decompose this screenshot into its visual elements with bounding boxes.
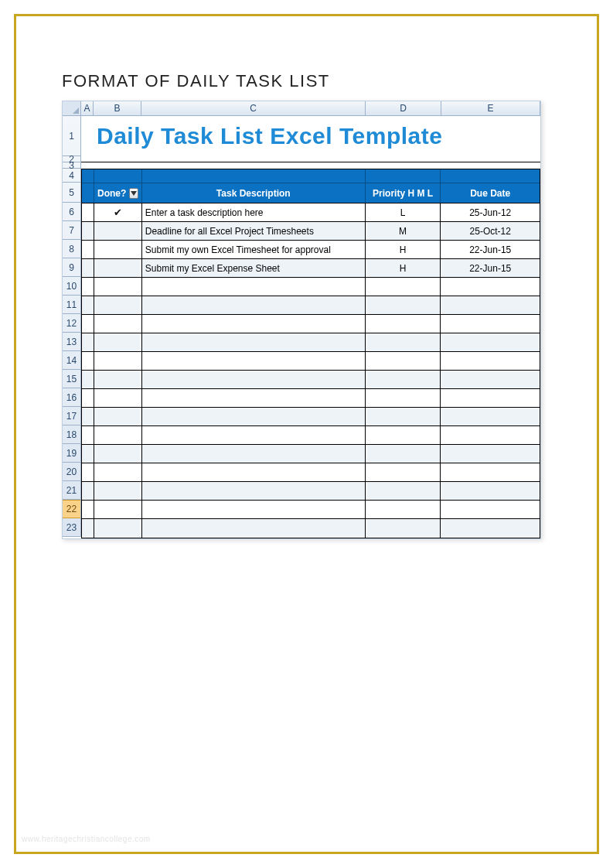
priority-cell[interactable] [366, 389, 441, 407]
priority-cell[interactable] [366, 278, 441, 296]
done-cell[interactable]: ✔ [94, 203, 142, 221]
cell-blank[interactable] [82, 371, 94, 388]
due-date-cell[interactable] [441, 296, 540, 314]
row-header-12[interactable]: 12 [63, 314, 80, 333]
task-description-cell[interactable] [142, 463, 366, 481]
cell-a1[interactable] [81, 116, 94, 156]
done-cell[interactable] [94, 333, 142, 351]
due-date-cell[interactable] [441, 519, 540, 538]
row-header-8[interactable]: 8 [63, 240, 80, 258]
task-description-cell[interactable] [142, 426, 366, 444]
priority-cell[interactable] [366, 463, 441, 481]
row-header-14[interactable]: 14 [63, 351, 80, 370]
task-description-cell[interactable]: Submit my own Excel Timesheet for approv… [142, 241, 366, 258]
cell-blank[interactable] [82, 296, 94, 314]
row-header-17[interactable]: 17 [63, 407, 80, 425]
done-cell[interactable] [94, 259, 142, 277]
row-header-18[interactable]: 18 [63, 425, 80, 444]
due-date-cell[interactable]: 25-Jun-12 [441, 203, 540, 221]
row-header-19[interactable]: 19 [63, 444, 80, 463]
due-date-cell[interactable] [441, 426, 540, 444]
done-cell[interactable] [94, 371, 142, 388]
header-cell-due[interactable]: Due Date [441, 183, 540, 203]
task-description-cell[interactable] [142, 352, 366, 370]
priority-cell[interactable] [366, 296, 441, 314]
row-header-1[interactable]: 1 [63, 116, 80, 156]
done-cell[interactable] [94, 278, 142, 296]
task-description-cell[interactable] [142, 315, 366, 333]
due-date-cell[interactable] [441, 482, 540, 500]
done-cell[interactable] [94, 389, 142, 407]
done-cell[interactable] [94, 445, 142, 463]
task-description-cell[interactable] [142, 296, 366, 314]
task-description-cell[interactable]: Submit my Excel Expense Sheet [142, 259, 366, 277]
done-cell[interactable] [94, 352, 142, 370]
sheet-title[interactable]: Daily Task List Excel Template [94, 116, 540, 156]
task-description-cell[interactable] [142, 371, 366, 388]
priority-cell[interactable]: L [366, 203, 441, 221]
cell-blank[interactable] [82, 203, 94, 221]
cell-blank[interactable] [82, 463, 94, 481]
priority-cell[interactable] [366, 315, 441, 333]
priority-cell[interactable] [366, 352, 441, 370]
priority-cell[interactable] [366, 519, 441, 538]
due-date-cell[interactable] [441, 333, 540, 351]
due-date-cell[interactable] [441, 315, 540, 333]
cell-blank[interactable] [82, 315, 94, 333]
priority-cell[interactable]: H [366, 241, 441, 258]
task-description-cell[interactable]: Enter a task description here [142, 203, 366, 221]
select-all-corner[interactable] [63, 101, 81, 116]
priority-cell[interactable] [366, 371, 441, 388]
task-description-cell[interactable] [142, 445, 366, 463]
row-header-11[interactable]: 11 [63, 296, 80, 314]
task-description-cell[interactable] [142, 482, 366, 500]
row-header-15[interactable]: 15 [63, 370, 80, 388]
task-description-cell[interactable] [142, 389, 366, 407]
column-header-b[interactable]: B [94, 101, 141, 115]
priority-cell[interactable]: H [366, 259, 441, 277]
row-header-23[interactable]: 23 [63, 518, 80, 537]
row-header-13[interactable]: 13 [63, 333, 80, 351]
priority-cell[interactable] [366, 445, 441, 463]
row-header-20[interactable]: 20 [63, 463, 80, 481]
row-header-6[interactable]: 6 [63, 203, 80, 221]
due-date-cell[interactable]: 25-Oct-12 [441, 222, 540, 240]
row-header-10[interactable]: 10 [63, 277, 80, 296]
task-description-cell[interactable] [142, 501, 366, 518]
cell-blank[interactable] [82, 259, 94, 277]
row-header-16[interactable]: 16 [63, 388, 80, 407]
task-description-cell[interactable] [142, 278, 366, 296]
cell-blank[interactable] [82, 352, 94, 370]
row-header-7[interactable]: 7 [63, 221, 80, 240]
due-date-cell[interactable]: 22-Jun-15 [441, 259, 540, 277]
done-cell[interactable] [94, 315, 142, 333]
row-header-21[interactable]: 21 [63, 481, 80, 500]
row-header-3[interactable]: 3 [63, 162, 80, 169]
cell-blank[interactable] [82, 222, 94, 240]
due-date-cell[interactable]: 22-Jun-15 [441, 241, 540, 258]
cell-blank[interactable] [82, 333, 94, 351]
due-date-cell[interactable] [441, 278, 540, 296]
task-description-cell[interactable] [142, 408, 366, 425]
column-header-a[interactable]: A [81, 101, 94, 115]
done-cell[interactable] [94, 426, 142, 444]
due-date-cell[interactable] [441, 389, 540, 407]
due-date-cell[interactable] [441, 463, 540, 481]
header-cell-blank[interactable] [82, 183, 94, 203]
due-date-cell[interactable] [441, 371, 540, 388]
done-cell[interactable] [94, 408, 142, 425]
column-header-d[interactable]: D [366, 101, 441, 115]
cell-blank[interactable] [82, 408, 94, 425]
cell-blank[interactable] [82, 519, 94, 538]
filter-dropdown-icon[interactable] [129, 188, 138, 199]
row-header-22[interactable]: 22 [63, 500, 80, 518]
done-cell[interactable] [94, 463, 142, 481]
column-header-c[interactable]: C [141, 101, 366, 115]
task-description-cell[interactable] [142, 333, 366, 351]
due-date-cell[interactable] [441, 501, 540, 518]
done-cell[interactable] [94, 482, 142, 500]
due-date-cell[interactable] [441, 352, 540, 370]
row-header-9[interactable]: 9 [63, 258, 80, 277]
cell-blank[interactable] [82, 278, 94, 296]
done-cell[interactable] [94, 222, 142, 240]
